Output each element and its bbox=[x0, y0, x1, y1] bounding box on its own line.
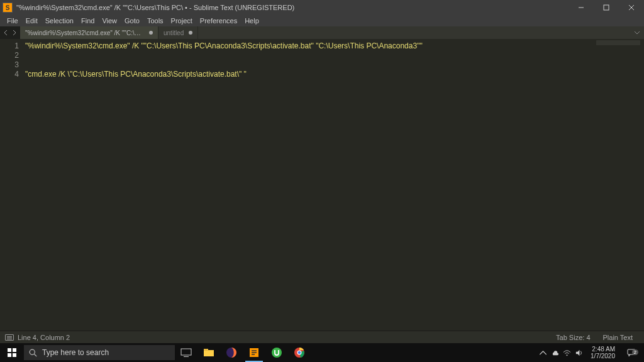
status-position[interactable]: Line 4, Column 2 bbox=[18, 334, 70, 341]
svg-point-12 bbox=[272, 348, 282, 358]
tab-untitled[interactable]: untitled bbox=[158, 26, 198, 39]
task-view-button[interactable] bbox=[175, 343, 197, 362]
svg-point-16 bbox=[567, 354, 568, 356]
search-icon bbox=[29, 349, 37, 357]
chevron-down-icon bbox=[634, 30, 640, 36]
window-titlebar: S "%windir%\System32\cmd.exe" /K ""C:\Us… bbox=[0, 0, 644, 15]
code-line[interactable] bbox=[25, 51, 644, 60]
menu-selection[interactable]: Selection bbox=[42, 17, 77, 25]
code-editor[interactable]: 1 2 3 4 "%windir%\System32\cmd.exe" /K "… bbox=[0, 39, 644, 331]
utorrent-button[interactable] bbox=[265, 343, 288, 362]
svg-rect-1 bbox=[8, 348, 11, 352]
menu-edit[interactable]: Edit bbox=[23, 17, 41, 25]
status-bar: Line 4, Column 2 Tab Size: 4 Plain Text bbox=[0, 331, 644, 343]
svg-rect-9 bbox=[204, 349, 208, 351]
tray-chevron-up-icon[interactable] bbox=[539, 349, 547, 357]
svg-point-5 bbox=[30, 349, 35, 354]
system-tray[interactable]: 2:48 AM 1/7/2020 2 bbox=[535, 343, 644, 362]
app-icon: S bbox=[3, 3, 13, 13]
wifi-icon[interactable] bbox=[563, 349, 571, 357]
volume-icon[interactable] bbox=[575, 349, 583, 357]
onedrive-icon[interactable] bbox=[551, 349, 559, 357]
sublime-button[interactable] bbox=[243, 343, 265, 362]
code-line[interactable]: "cmd.exe /K \"C:\Users\This PC\Anaconda3… bbox=[25, 70, 644, 79]
menu-preferences[interactable]: Preferences bbox=[197, 17, 240, 25]
taskbar-clock[interactable]: 2:48 AM 1/7/2020 bbox=[587, 346, 619, 359]
svg-rect-0 bbox=[604, 5, 609, 10]
tab-label: "%windir%\System32\cmd.exe" /K ""C:\User… bbox=[25, 30, 144, 36]
menu-project[interactable]: Project bbox=[168, 17, 196, 25]
code-line[interactable]: "%windir%\System32\cmd.exe" /K ""C:\User… bbox=[25, 41, 644, 51]
tab-overflow[interactable] bbox=[198, 26, 644, 39]
notification-badge: 2 bbox=[632, 349, 638, 355]
firefox-button[interactable] bbox=[220, 343, 243, 362]
svg-rect-8 bbox=[204, 350, 214, 356]
panel-switcher-icon[interactable] bbox=[5, 334, 14, 341]
tab-nav-arrows[interactable] bbox=[0, 26, 20, 39]
window-title: "%windir%\System32\cmd.exe" /K ""C:\User… bbox=[15, 4, 569, 11]
taskbar-search[interactable]: Type here to search bbox=[24, 345, 175, 360]
line-number-gutter: 1 2 3 4 bbox=[0, 39, 25, 331]
code-area[interactable]: "%windir%\System32\cmd.exe" /K ""C:\User… bbox=[25, 39, 644, 331]
dirty-indicator-icon bbox=[149, 31, 153, 35]
svg-rect-2 bbox=[13, 348, 16, 352]
svg-rect-7 bbox=[184, 356, 189, 357]
file-explorer-button[interactable] bbox=[197, 343, 220, 362]
menu-tools[interactable]: Tools bbox=[144, 17, 167, 25]
status-syntax[interactable]: Plain Text bbox=[597, 334, 640, 341]
windows-taskbar: Type here to search 2:48 AM 1/7/2020 2 bbox=[0, 343, 644, 362]
tab-active[interactable]: "%windir%\System32\cmd.exe" /K ""C:\User… bbox=[20, 26, 158, 39]
close-button[interactable] bbox=[619, 0, 644, 15]
tab-strip: "%windir%\System32\cmd.exe" /K ""C:\User… bbox=[0, 26, 644, 39]
status-tab-size[interactable]: Tab Size: 4 bbox=[550, 334, 596, 341]
minimap[interactable] bbox=[596, 40, 640, 45]
dirty-indicator-icon bbox=[189, 31, 192, 35]
menu-goto[interactable]: Goto bbox=[121, 17, 143, 25]
start-button[interactable] bbox=[0, 343, 24, 362]
minimize-button[interactable] bbox=[569, 0, 594, 15]
menu-help[interactable]: Help bbox=[242, 17, 262, 25]
svg-rect-6 bbox=[181, 349, 191, 355]
menu-view[interactable]: View bbox=[99, 17, 120, 25]
svg-rect-3 bbox=[8, 353, 11, 357]
svg-point-15 bbox=[298, 351, 301, 354]
menu-file[interactable]: File bbox=[4, 17, 21, 25]
code-line[interactable] bbox=[25, 60, 644, 70]
tab-label: untitled bbox=[164, 30, 184, 36]
chrome-button[interactable] bbox=[288, 343, 311, 362]
action-center-button[interactable]: 2 bbox=[623, 348, 640, 357]
maximize-button[interactable] bbox=[594, 0, 619, 15]
menu-bar: File Edit Selection Find View Goto Tools… bbox=[0, 15, 644, 26]
search-placeholder: Type here to search bbox=[42, 348, 109, 357]
svg-rect-4 bbox=[13, 353, 16, 357]
menu-find[interactable]: Find bbox=[78, 17, 97, 25]
